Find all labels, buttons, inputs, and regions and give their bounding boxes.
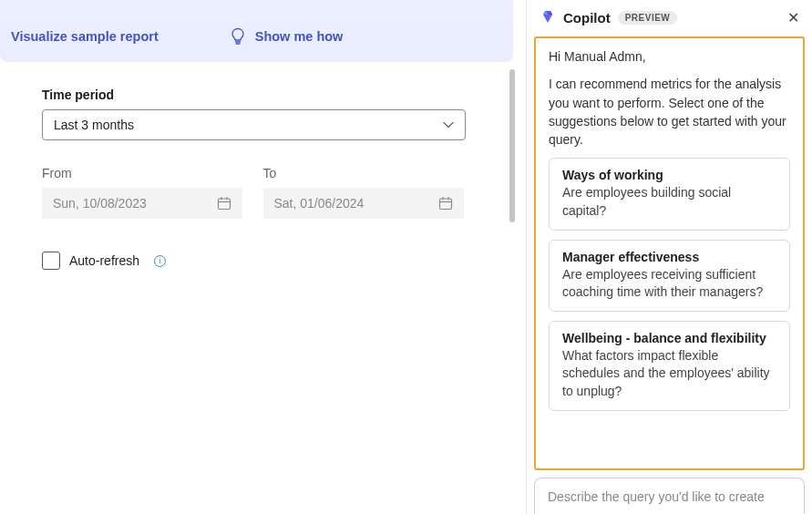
time-period-label: Time period	[42, 87, 484, 102]
visualize-sample-report-link[interactable]: Visualize sample report	[11, 29, 159, 44]
suggestion-title: Wellbeing - balance and flexibility	[562, 331, 776, 345]
from-label: From	[42, 166, 263, 180]
form-area: Time period Last 3 months From Sun, 10/0…	[0, 62, 526, 295]
time-period-value: Last 3 months	[54, 118, 134, 132]
main-panel: Visualize sample report Show me how Time…	[0, 0, 526, 514]
copilot-icon	[540, 9, 556, 26]
lightbulb-icon	[230, 27, 246, 46]
copilot-intro: I can recommend metrics for the analysis…	[549, 75, 790, 149]
query-placeholder: Describe the query you'd like to create	[548, 489, 765, 504]
suggestion-body: Are employees receiving sufficient coach…	[562, 266, 776, 302]
suggestion-body: Are employees building social capital?	[562, 184, 776, 220]
svg-rect-4	[439, 199, 451, 210]
copilot-title: Copilot	[563, 10, 611, 26]
copilot-greeting: Hi Manual Admn,	[549, 47, 790, 66]
svg-rect-0	[219, 199, 231, 210]
auto-refresh-label: Auto-refresh	[69, 253, 139, 268]
copilot-message-area: Hi Manual Admn, I can recommend metrics …	[534, 36, 805, 470]
from-date-field[interactable]: Sun, 10/08/2023	[42, 188, 242, 219]
info-icon[interactable]: i	[154, 255, 166, 267]
suggestion-card[interactable]: Manager effectiveness Are employees rece…	[549, 240, 790, 312]
time-period-select[interactable]: Last 3 months	[42, 109, 466, 140]
show-me-how-link[interactable]: Show me how	[230, 27, 344, 46]
suggestion-title: Ways of working	[562, 168, 776, 182]
to-label: To	[263, 166, 485, 180]
query-input[interactable]: Describe the query you'd like to create	[534, 478, 805, 514]
suggestion-title: Manager effectiveness	[562, 250, 776, 264]
suggestion-card[interactable]: Wellbeing - balance and flexibility What…	[549, 321, 790, 411]
suggestion-body: What factors impact flexible schedules a…	[562, 347, 776, 401]
calendar-icon	[438, 196, 453, 211]
preview-badge: PREVIEW	[618, 11, 678, 25]
scrollbar[interactable]	[509, 69, 515, 222]
banner: Visualize sample report Show me how	[0, 0, 513, 62]
close-icon[interactable]: ✕	[787, 9, 799, 26]
copilot-panel: Copilot PREVIEW ✕ Hi Manual Admn, I can …	[526, 0, 812, 514]
copilot-header: Copilot PREVIEW ✕	[527, 0, 812, 33]
calendar-icon	[217, 196, 231, 211]
from-date-value: Sun, 10/08/2023	[53, 196, 147, 211]
show-me-how-label: Show me how	[255, 29, 344, 44]
to-date-value: Sat, 01/06/2024	[274, 196, 365, 211]
to-date-field[interactable]: Sat, 01/06/2024	[263, 188, 464, 219]
suggestion-card[interactable]: Ways of working Are employees building s…	[549, 158, 790, 230]
chevron-down-icon	[443, 121, 454, 128]
auto-refresh-checkbox[interactable]	[42, 252, 60, 270]
